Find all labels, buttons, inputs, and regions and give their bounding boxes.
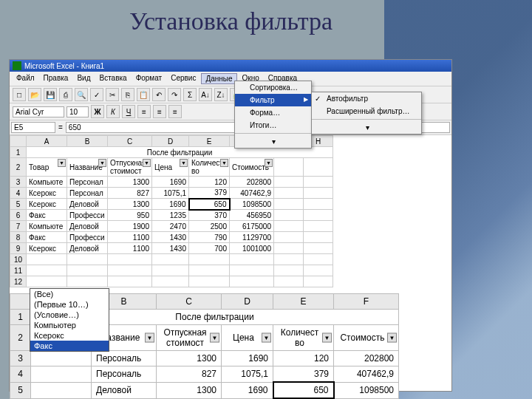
corner-cell[interactable] [10,294,31,310]
filter-arrow-icon[interactable]: ▼ [322,333,332,343]
cell[interactable]: 1430 [152,243,189,254]
cell[interactable] [31,382,92,398]
menubar[interactable]: Файл Правка Вид Вставка Формат Сервис Да… [10,72,451,86]
cell[interactable]: 1430 [152,232,189,243]
preview-icon[interactable]: 🔍 [75,88,88,101]
col-header[interactable]: D [222,294,273,310]
cell[interactable]: Персональ [92,351,157,366]
cell[interactable]: 2500 [189,221,230,232]
filter-arrow-icon[interactable]: ▼ [143,159,151,167]
cell[interactable]: Деловой [67,199,108,210]
row-header[interactable]: 4 [10,366,31,383]
row-header[interactable]: 5 [10,199,27,210]
align-right-icon[interactable]: ≡ [168,105,182,118]
cell[interactable]: 1235 [152,210,189,221]
filter-option[interactable]: Компьютер [30,320,109,330]
cell[interactable]: 1100 [108,232,152,243]
col-header[interactable]: E [189,136,230,147]
menuitem-autofilter[interactable]: Автофильтр [312,92,421,105]
cell[interactable]: 1690 [152,199,189,210]
menuitem-sort[interactable]: Сортировка… [235,81,311,94]
undo-icon[interactable]: ↶ [152,88,166,101]
row-header[interactable]: 2 [10,325,31,351]
filter-option-all[interactable]: (Все) [30,289,109,299]
hdr-price[interactable]: Цена▼ [222,325,273,351]
row-header[interactable]: 8 [10,232,27,243]
cell[interactable]: 379 [189,188,230,199]
data-dropdown[interactable]: Сортировка… Фильтр Форма… Итоги… ▾ [234,81,312,149]
filter-arrow-icon[interactable]: ▼ [210,333,219,343]
filter-arrow-icon[interactable]: ▼ [387,333,397,343]
filter-option-selected[interactable]: Факс [30,341,109,351]
cell[interactable]: 1690 [222,351,273,366]
cell[interactable]: 202800 [334,351,399,366]
row-header[interactable]: 3 [10,177,27,188]
hdr-qty[interactable]: Количество▼ [273,325,334,351]
cell[interactable]: 120 [273,351,334,366]
filter-option[interactable]: Ксерокс [30,330,109,341]
cell[interactable]: Ксерокс [27,243,67,254]
hdr-qty[interactable]: Количество▼ [189,158,230,177]
row-header[interactable]: 11 [10,265,27,276]
filter-arrow-icon[interactable]: ▼ [145,333,154,343]
bold-icon[interactable]: Ж [91,105,104,118]
menu-tools[interactable]: Сервис [167,73,200,84]
cell[interactable]: 379 [273,366,334,383]
cell[interactable]: 6175000 [230,221,274,232]
cell[interactable]: 456950 [230,210,274,221]
cell[interactable]: 1300 [157,382,222,398]
menuitem-filter[interactable]: Фильтр [235,94,311,106]
filter-arrow-icon[interactable]: ▼ [220,159,228,167]
align-center-icon[interactable]: ≡ [153,105,166,118]
cell[interactable]: 2470 [152,221,189,232]
row-header[interactable]: 9 [10,243,27,254]
cell[interactable]: Деловой [67,243,108,254]
menu-insert[interactable]: Вставка [95,73,130,84]
row-header[interactable]: 7 [10,221,27,232]
cell[interactable]: 370 [189,210,230,221]
new-icon[interactable]: □ [13,88,26,101]
cell[interactable]: 650 [189,199,230,210]
row-header[interactable]: 1 [10,310,31,325]
cell[interactable]: 1098500 [334,382,399,398]
cell[interactable]: 407462,9 [230,188,274,199]
col-header[interactable]: A [27,136,67,147]
cell[interactable]: Факс [27,232,67,243]
cell[interactable]: 1300 [108,177,152,188]
cell[interactable]: Персональ [92,366,157,383]
menuitem-expand[interactable]: ▾ [312,121,421,134]
hdr-price[interactable]: Цена▼ [152,158,189,177]
row-header[interactable]: 6 [10,210,27,221]
cell[interactable]: 950 [108,210,152,221]
cell[interactable]: 1075,1 [222,366,273,383]
redo-icon[interactable]: ↷ [168,88,181,101]
cell[interactable]: 1690 [222,382,273,398]
menu-file[interactable]: Файл [13,73,38,84]
cell[interactable]: 700 [189,243,230,254]
row-header[interactable]: 5 [10,382,31,398]
sum-icon[interactable]: Σ [183,88,197,101]
cell[interactable]: 1100 [108,243,152,254]
row-header[interactable]: 2 [10,158,27,177]
cell[interactable]: 120 [189,177,230,188]
hdr-otpusk[interactable]: Отпускнаястоимост▼ [108,158,152,177]
menuitem-form[interactable]: Форма… [235,106,311,119]
cell[interactable]: Деловой [67,221,108,232]
col-header[interactable]: D [152,136,189,147]
filter-submenu[interactable]: Автофильтр Расширенный фильтр… ▾ [311,92,422,134]
autofilter-list[interactable]: (Все) (Первые 10…) (Условие…) Компьютер … [30,288,109,352]
hdr-name[interactable]: Название▼ [67,158,108,177]
cell[interactable]: 407462,9 [334,366,399,383]
filter-arrow-icon[interactable]: ▼ [262,333,271,343]
menuitem-advanced-filter[interactable]: Расширенный фильтр… [312,105,421,117]
print-icon[interactable]: ⎙ [59,88,72,101]
cell[interactable]: 202800 [230,177,274,188]
cell[interactable]: 1300 [157,351,222,366]
size-combo[interactable]: 10 [66,106,89,117]
cell[interactable]: 1300 [108,199,152,210]
col-header[interactable]: F [334,294,399,310]
cell[interactable] [31,351,92,366]
cell[interactable]: 1900 [108,221,152,232]
open-icon[interactable]: 📂 [28,88,41,101]
row-header[interactable]: 4 [10,188,27,199]
